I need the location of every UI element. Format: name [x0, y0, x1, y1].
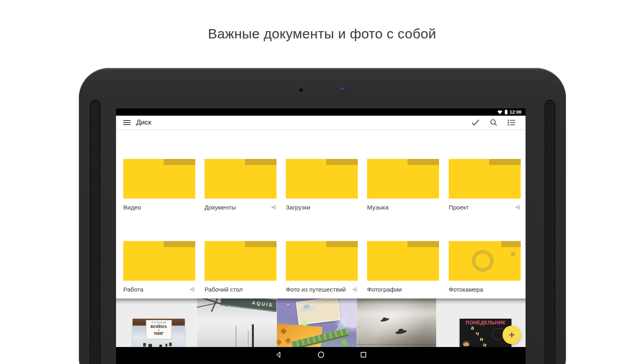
folder-label: Рабочий стол — [205, 286, 243, 293]
hamburger-menu-icon[interactable] — [123, 120, 131, 125]
thumbnail-space-illustration[interactable] — [277, 298, 357, 347]
select-check-icon[interactable] — [471, 119, 479, 126]
nav-home-icon[interactable] — [317, 351, 325, 358]
folder-icon — [123, 241, 195, 281]
folder-camera[interactable]: Фотокамера — [449, 241, 521, 293]
poster-face — [463, 341, 469, 346]
nav-recents-icon[interactable] — [360, 351, 367, 358]
speaker-grille-left — [90, 99, 101, 364]
mast — [236, 326, 236, 347]
wifi-icon — [497, 110, 503, 114]
folder-work[interactable]: Работа — [123, 241, 195, 293]
book-cover: Л.Н.Толстой ВОЙНА и МИР — [133, 319, 185, 347]
app-toolbar: Диск — [116, 116, 526, 130]
list-view-icon[interactable] — [508, 119, 515, 126]
tablet-screen: 12:00 Диск Видео Документы Загрузки — [116, 108, 526, 364]
folder-icon — [449, 159, 521, 199]
folder-travel-photos[interactable]: Фото из путешествий — [286, 241, 358, 293]
folder-documents[interactable]: Документы — [205, 159, 277, 211]
battery-icon — [505, 110, 508, 114]
folder-label: Фотографии — [367, 286, 402, 293]
folder-icon — [205, 241, 277, 281]
android-nav-bar — [116, 347, 526, 364]
wire — [357, 344, 436, 345]
folder-photos[interactable]: Фотографии — [367, 241, 439, 293]
search-icon[interactable] — [490, 119, 497, 126]
folder-label: Документы — [205, 204, 236, 211]
folder-label: Загрузки — [286, 204, 310, 211]
folder-label: Видео — [123, 204, 141, 211]
tablet-device-frame: 12:00 Диск Видео Документы Загрузки — [79, 68, 566, 364]
folder-icon — [367, 159, 439, 199]
folder-music[interactable]: Музыка — [367, 159, 439, 211]
folder-label: Фотокамера — [449, 286, 483, 293]
app-title: Диск — [136, 119, 151, 127]
offline-available-icon — [515, 205, 521, 210]
folder-project[interactable]: Проект — [449, 159, 521, 211]
offline-available-icon — [190, 287, 195, 292]
status-bar: 12:00 — [116, 108, 526, 116]
offline-available-icon — [353, 287, 358, 292]
folder-downloads[interactable]: Загрузки — [286, 159, 358, 211]
folder-icon — [286, 159, 358, 199]
camera-flash-icon — [511, 252, 515, 256]
mast — [248, 331, 249, 347]
poster-title: ПОНЕДЕЛЬНИК — [460, 320, 511, 326]
thumbnail-ufo-photo[interactable] — [357, 298, 437, 347]
folder-video[interactable]: Видео — [123, 159, 195, 211]
flying-saucer — [395, 330, 407, 335]
folder-label: Фото из путешествий — [286, 286, 346, 293]
nav-back-icon[interactable] — [275, 351, 282, 358]
speaker-grille-right — [545, 99, 555, 364]
camera-lens-icon — [472, 250, 494, 272]
thumbnail-book[interactable]: Л.Н.Толстой ВОЙНА и МИР — [116, 298, 196, 347]
offline-available-icon — [271, 205, 277, 210]
soldiers-illustration — [143, 343, 146, 347]
folder-icon — [449, 241, 521, 281]
light-sensor-dot — [299, 88, 303, 92]
pole — [252, 324, 254, 347]
android-robot — [341, 339, 347, 346]
status-clock: 12:00 — [510, 110, 522, 114]
flying-saucer — [380, 317, 390, 322]
add-fab-button[interactable]: + — [503, 326, 521, 344]
folder-label: Работа — [123, 286, 144, 293]
content-shadow — [116, 298, 526, 305]
folder-label: Музыка — [367, 204, 389, 211]
folder-label: Проект — [449, 204, 469, 211]
thumbnail-sign-photo[interactable]: AQUIS — [196, 298, 277, 347]
folder-icon — [286, 241, 358, 281]
folder-icon — [205, 159, 277, 199]
folder-desktop[interactable]: Рабочий стол — [205, 241, 277, 293]
folder-icon — [123, 159, 195, 199]
photo-feed-strip: Л.Н.Толстой ВОЙНА и МИР AQUIS — [116, 298, 526, 347]
page-title: Важные документы и фото с собой — [0, 26, 644, 42]
front-camera — [340, 87, 345, 92]
folder-icon — [367, 241, 439, 281]
book-author: Л.Н.Толстой — [146, 321, 171, 324]
